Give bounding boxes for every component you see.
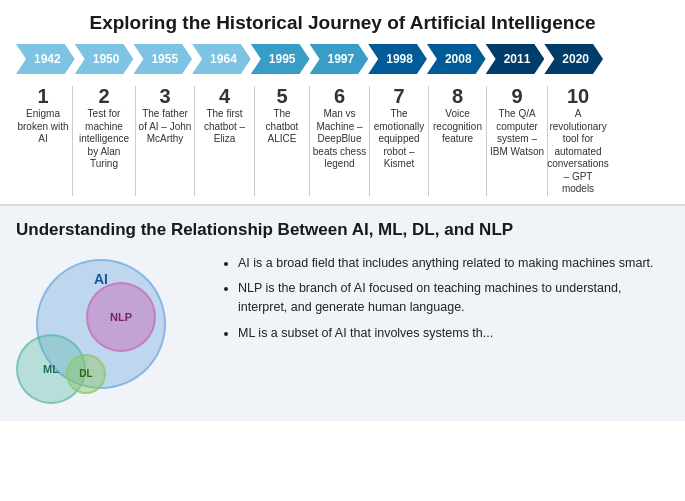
event-text-1: Enigma broken with AI <box>16 108 70 146</box>
event-divider-7 <box>428 86 429 196</box>
event-divider-2 <box>135 86 136 196</box>
event-item-7: 7The emotionally equipped robot – Kismet <box>372 86 426 171</box>
event-number-7: 7 <box>393 86 404 106</box>
event-item-2: 2Test for machine intelligence by Alan T… <box>75 86 133 171</box>
event-number-3: 3 <box>159 86 170 106</box>
event-text-8: Voice recognition feature <box>431 108 484 146</box>
event-item-6: 6Man vs Machine – DeepBlue beats chess l… <box>312 86 367 171</box>
year-arrow-1950: 1950 <box>75 44 134 74</box>
timeline-item-2020: 2020 <box>544 44 603 74</box>
timeline-item-1995: 1995 <box>251 44 310 74</box>
event-number-6: 6 <box>334 86 345 106</box>
event-divider-5 <box>309 86 310 196</box>
timeline-item-1997: 1997 <box>310 44 369 74</box>
event-divider-3 <box>194 86 195 196</box>
timeline-item-2008: 2008 <box>427 44 486 74</box>
event-divider-8 <box>486 86 487 196</box>
bullet-list: AI is a broad field that includes anythi… <box>220 254 669 344</box>
bottom-title: Understanding the Relationship Between A… <box>16 220 669 240</box>
bottom-content: AI NLP ML DL AI is a broad field that in… <box>16 254 669 409</box>
year-arrow-1997: 1997 <box>310 44 369 74</box>
event-item-8: 8Voice recognition feature <box>431 86 484 146</box>
venn-label-dl: DL <box>79 368 92 379</box>
venn-label-nlp: NLP <box>110 311 132 323</box>
events-row: 1Enigma broken with AI2Test for machine … <box>16 82 669 196</box>
event-text-3: The father of AI – John McArthy <box>138 108 192 146</box>
timeline-item-1955: 1955 <box>133 44 192 74</box>
year-arrow-2008: 2008 <box>427 44 486 74</box>
event-divider-4 <box>254 86 255 196</box>
top-section: Exploring the Historical Journey of Arti… <box>0 0 685 204</box>
event-text-4: The first chatbot – Eliza <box>197 108 252 146</box>
event-item-4: 4The first chatbot – Eliza <box>197 86 252 146</box>
event-item-5: 5The chatbot ALICE <box>257 86 307 146</box>
event-text-6: Man vs Machine – DeepBlue beats chess le… <box>312 108 367 171</box>
event-divider-6 <box>369 86 370 196</box>
event-text-2: Test for machine intelligence by Alan Tu… <box>75 108 133 171</box>
event-number-9: 9 <box>511 86 522 106</box>
event-text-5: The chatbot ALICE <box>257 108 307 146</box>
event-item-1: 1Enigma broken with AI <box>16 86 70 146</box>
venn-label-ml: ML <box>43 363 59 375</box>
bullet-item-1: AI is a broad field that includes anythi… <box>238 254 669 273</box>
event-number-8: 8 <box>452 86 463 106</box>
venn-circle-nlp: NLP <box>86 282 156 352</box>
timeline-item-2011: 2011 <box>486 44 545 74</box>
year-arrow-1998: 1998 <box>368 44 427 74</box>
event-item-3: 3The father of AI – John McArthy <box>138 86 192 146</box>
timeline-item-1950: 1950 <box>75 44 134 74</box>
event-number-10: 10 <box>567 86 589 106</box>
year-arrow-1964: 1964 <box>192 44 251 74</box>
timeline-item-1942: 1942 <box>16 44 75 74</box>
year-arrow-1955: 1955 <box>133 44 192 74</box>
venn-diagram: AI NLP ML DL <box>16 254 196 409</box>
page-title: Exploring the Historical Journey of Arti… <box>16 12 669 34</box>
year-arrow-2020: 2020 <box>544 44 603 74</box>
bullet-item-2: NLP is the branch of AI focused on teach… <box>238 279 669 318</box>
event-text-10: A revolutionary tool for automated conve… <box>547 108 609 196</box>
bottom-section: Understanding the Relationship Between A… <box>0 204 685 421</box>
event-number-2: 2 <box>98 86 109 106</box>
year-arrow-1995: 1995 <box>251 44 310 74</box>
event-number-4: 4 <box>219 86 230 106</box>
event-item-10: 10A revolutionary tool for automated con… <box>550 86 606 196</box>
event-divider-1 <box>72 86 73 196</box>
year-arrow-2011: 2011 <box>486 44 545 74</box>
venn-circle-dl: DL <box>66 354 106 394</box>
timeline-years-row: 1942 1950 1955 1964 1995 1997 1998 2008 … <box>16 44 669 74</box>
event-number-5: 5 <box>276 86 287 106</box>
event-text-7: The emotionally equipped robot – Kismet <box>372 108 426 171</box>
year-arrow-1942: 1942 <box>16 44 75 74</box>
timeline-item-1964: 1964 <box>192 44 251 74</box>
event-number-1: 1 <box>37 86 48 106</box>
event-item-9: 9The Q/A computer system – IBM Watson <box>489 86 545 158</box>
bullet-item-3: ML is a subset of AI that involves syste… <box>238 324 669 343</box>
event-text-9: The Q/A computer system – IBM Watson <box>489 108 545 158</box>
timeline-item-1998: 1998 <box>368 44 427 74</box>
